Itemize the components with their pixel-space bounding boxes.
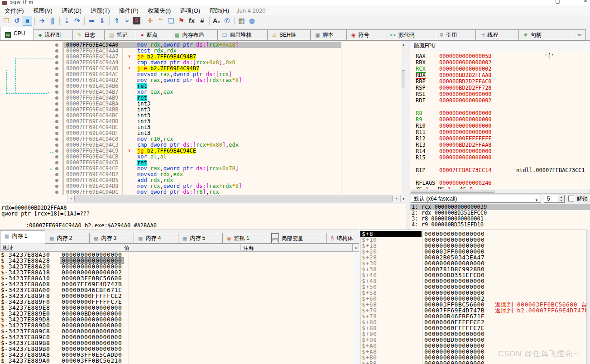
disasm-row[interactable]: 00007FF69E4C94B6ret xyxy=(0,83,401,89)
memory-row[interactable]: $-34237E889B80000000000000000 xyxy=(0,340,353,346)
memory-row[interactable]: $-34237E889E0000000BD00000000 xyxy=(0,311,353,316)
run-button[interactable]: ➜ xyxy=(37,16,47,26)
menu-item[interactable]: 收藏夹(I) xyxy=(143,5,175,15)
memory-row[interactable]: $-34237E889B00000000000000000 xyxy=(0,346,353,352)
tab-references[interactable]: ⚲引用 xyxy=(435,29,476,40)
disasm-hscrollbar[interactable]: ◂ ▸ xyxy=(67,195,401,202)
memory-row[interactable]: $-34237E889A0000003FF0BC56210 xyxy=(0,358,353,364)
disasm-row[interactable]: 00007FF69E4C94BFint3 xyxy=(0,130,401,136)
register-row[interactable]: R140000000000000000 xyxy=(410,148,590,155)
arg-count-stepper[interactable]: 5 ▲ ▼ xyxy=(544,195,565,203)
tab-cpu[interactable]: 64CPU xyxy=(0,27,34,40)
breakpoint-dot[interactable] xyxy=(55,138,58,141)
scroll-up-icon[interactable]: ∧ xyxy=(353,244,359,252)
run-to-cursor-button[interactable]: ⇒ xyxy=(87,16,96,26)
change-font-button[interactable]: A₂ xyxy=(212,16,221,26)
breakpoint-dot[interactable] xyxy=(55,149,58,153)
tab-trace[interactable]: ☛ xyxy=(573,29,586,40)
disasm-row[interactable]: 00007FF69E4C94B9ret xyxy=(0,95,401,101)
scroll-down-icon[interactable]: ▾ xyxy=(401,196,406,201)
tab-dump-5[interactable]: ▦内存 5 xyxy=(178,233,223,244)
tab-symbols[interactable]: ◉符号 xyxy=(347,29,385,40)
register-row[interactable]: R13000000BD2D2FFAA8 xyxy=(410,142,590,148)
tab-source[interactable]: <>源代码 xyxy=(385,29,435,40)
breakpoint-dot[interactable] xyxy=(55,120,58,123)
breakpoint-dot[interactable] xyxy=(55,126,58,129)
disasm-row[interactable]: 00007FF69E4C94A4test rdx,rdx xyxy=(0,48,401,54)
breakpoint-dot[interactable] xyxy=(55,114,58,117)
memory-row[interactable]: $-34237E88A280000000000000000 xyxy=(0,258,353,263)
register-row[interactable]: RDX000000BD2D2FFAA8 xyxy=(410,72,590,79)
register-row[interactable]: R1200000000FFFFFFFF xyxy=(410,136,590,142)
step-into-button[interactable]: ⇣ xyxy=(62,16,72,26)
memory-row[interactable]: $-34237E88A300000000000000000 xyxy=(0,252,353,258)
preferences-globe-button[interactable]: ◍ xyxy=(247,16,257,26)
disasm-row[interactable]: 00007FF69E4C94CBxor al,al xyxy=(0,154,401,160)
stack-row[interactable]: $+B80000000000000000 xyxy=(360,360,586,364)
memory-row[interactable]: $-34237E889F000000000FFFFFC7E xyxy=(0,299,353,305)
memory-row[interactable]: $-34237E889D80000000000000000 xyxy=(0,316,353,322)
tab-struct[interactable]: §结构体 xyxy=(327,233,359,244)
column-separator[interactable] xyxy=(240,244,241,251)
disasm-row[interactable]: 00007FF69E4C94C3cmp dword ptr ds:[rcx+0x… xyxy=(0,142,401,148)
tab-notes[interactable]: ▤笔记 xyxy=(105,29,136,40)
register-row[interactable]: RAX000000000000005B'[' xyxy=(410,53,590,60)
register-row[interactable]: R150000000000000000 xyxy=(410,155,590,161)
breakpoint-dot[interactable] xyxy=(55,55,58,58)
menu-item[interactable]: 视图(V) xyxy=(29,5,57,15)
menu-item[interactable]: 选项(O) xyxy=(175,5,205,15)
breakpoint-dot[interactable] xyxy=(55,132,58,135)
disasm-row[interactable]: 00007FF69E4C94BEint3 xyxy=(0,125,401,130)
memory-row[interactable]: $-34237E889F800000000FFFFFCE2 xyxy=(0,293,353,299)
breakpoint-dot[interactable] xyxy=(55,91,58,94)
memory-row[interactable]: $-34237E88A0800007FF69E4D747B xyxy=(0,281,353,287)
patches-button[interactable]: ✚ xyxy=(145,16,155,26)
restart-button[interactable]: ↺ xyxy=(12,16,22,26)
register-row[interactable]: R80000000000000000 xyxy=(410,110,590,117)
memory-row[interactable]: $-34237E889E80000000000000000 xyxy=(0,305,353,311)
step-out-button[interactable]: ⇓ xyxy=(97,16,107,26)
scroll-thumb[interactable] xyxy=(402,70,405,87)
breakpoint-dot[interactable] xyxy=(55,85,58,88)
register-row[interactable]: RFLAGS0000000000000246 xyxy=(410,180,590,187)
tab-memory-map[interactable]: ▦内存布局 xyxy=(170,29,218,40)
breakpoint-dot[interactable] xyxy=(55,155,58,158)
breakpoint-dot[interactable] xyxy=(55,173,58,176)
breakpoint-dot[interactable] xyxy=(55,67,58,70)
pause-button[interactable]: ∥ xyxy=(48,16,57,26)
bookmarks-button[interactable]: ⚑ xyxy=(177,16,186,26)
breakpoint-dot[interactable] xyxy=(55,96,58,100)
disasm-row[interactable]: 00007FF69E4C94A0mov rdx,qword ptr ds:[rc… xyxy=(0,42,401,48)
tab-dump-3[interactable]: ▦内存 3 xyxy=(90,233,134,244)
stepper-down-icon[interactable]: ▼ xyxy=(558,199,564,202)
column-header-address[interactable]: 地址 xyxy=(2,244,13,252)
disasm-row[interactable]: 00007FF69E4C94B2mov rax,qword ptr ds:[rd… xyxy=(0,77,401,83)
register-row[interactable]: RCX0000000000000002 xyxy=(410,66,590,72)
register-row[interactable]: RSI0000000000000000 xyxy=(410,91,590,98)
stack-vscrollbar[interactable] xyxy=(586,230,590,364)
disasm-row[interactable]: 00007FF69E4C94BDint3 xyxy=(0,119,401,125)
register-row[interactable]: RBX0000000000000002 xyxy=(410,60,590,66)
disasm-vscrollbar[interactable]: ▴ ▾ xyxy=(401,41,406,202)
register-row[interactable]: R90000000000000000 xyxy=(410,117,590,123)
scroll-right-icon[interactable]: ▸ xyxy=(394,196,400,201)
breakpoint-dot[interactable] xyxy=(55,102,58,105)
menu-item[interactable]: 插件(P) xyxy=(115,5,143,15)
menu-item[interactable]: 文件(F) xyxy=(0,5,29,15)
run-to-user-code-button[interactable]: ➢ xyxy=(122,16,132,26)
register-row[interactable]: RIP00007FFBAE73CC14ntdll.00007FFBAE73CC1 xyxy=(410,168,590,174)
breakpoint-dot[interactable] xyxy=(55,191,58,194)
hash-strings-button[interactable]: # xyxy=(197,16,207,26)
hide-fpu-button[interactable]: 隐藏FPU xyxy=(410,41,590,51)
column-header-value[interactable]: 值 xyxy=(124,244,130,252)
scroll-thumb[interactable] xyxy=(74,196,393,201)
register-row[interactable]: R110000000000000000 xyxy=(410,129,590,136)
memory-row[interactable]: $-34237E889D00000000000000000 xyxy=(0,322,353,328)
functions-button[interactable]: fx xyxy=(187,16,197,26)
script-button[interactable]: S xyxy=(133,17,140,24)
vertical-splitter[interactable] xyxy=(406,41,410,230)
stop-button[interactable]: ■ xyxy=(23,16,32,26)
calling-convention-select[interactable]: 默认 (x64 fastcall) ▼ xyxy=(411,195,541,203)
memory-row[interactable]: $-34237E889A8000003FF0E5CADD0 xyxy=(0,352,353,358)
disasm-row[interactable]: 00007FF69E4C94BCint3 xyxy=(0,113,401,119)
